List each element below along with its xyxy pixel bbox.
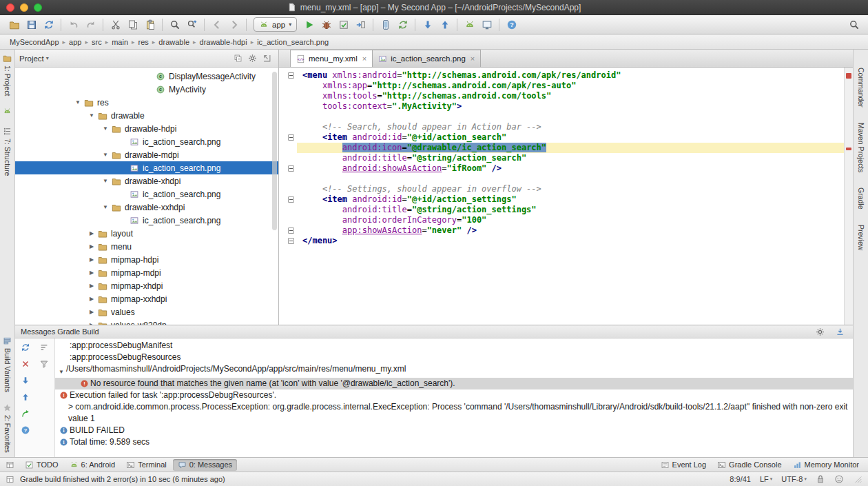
help-button[interactable]: ? [503, 17, 520, 33]
breadcrumb-item-main[interactable]: main [109, 37, 131, 48]
tool-window-button-gradle-console[interactable]: Gradle Console [712, 459, 786, 471]
redo-button[interactable] [82, 17, 99, 33]
zoom-window-button[interactable] [34, 3, 42, 12]
expand-arrow-icon[interactable]: ▶ [87, 270, 96, 276]
expand-arrow-icon[interactable]: ▶ [87, 309, 96, 315]
fold-end-icon[interactable] [288, 227, 294, 234]
paste-button[interactable] [141, 17, 158, 33]
sdk-manager-button[interactable] [461, 17, 478, 33]
collapse-arrow-icon[interactable]: ▼ [101, 152, 110, 158]
tree-item-drawable[interactable]: ▼drawable [15, 109, 278, 122]
gutter[interactable] [279, 236, 297, 246]
lock-icon[interactable] [816, 474, 825, 484]
gutter[interactable] [279, 122, 297, 132]
close-button[interactable] [18, 358, 33, 370]
rerun-button[interactable] [18, 341, 33, 354]
expand-arrow-icon[interactable]: ▶ [87, 230, 96, 236]
gutter[interactable] [279, 70, 297, 81]
tool-window-button-1-project[interactable]: 1: Project [3, 54, 12, 96]
tree-item-layout[interactable]: ▶layout [15, 227, 278, 240]
gutter[interactable] [279, 174, 297, 184]
tree-item-mipmap-xxhdpi[interactable]: ▶mipmap-xxhdpi [15, 292, 278, 305]
synchronize-button[interactable] [40, 17, 57, 33]
tool-window-button-memory-monitor[interactable]: Memory Monitor [788, 459, 864, 471]
navigate-forward-button[interactable] [225, 17, 242, 33]
avd-manager-button[interactable] [377, 17, 394, 33]
save-all-button[interactable] [23, 17, 40, 33]
breadcrumb-item-src[interactable]: src [89, 37, 105, 48]
tree-item-ic-action-search-png[interactable]: ic_action_search.png [15, 188, 278, 201]
error-stripe[interactable] [844, 68, 853, 325]
copy-button[interactable] [124, 17, 141, 33]
use-soft-wraps-button[interactable] [37, 341, 52, 354]
tool-window-button-todo[interactable]: TODO [20, 459, 63, 471]
tool-window-button-gradle[interactable]: Gradle [857, 188, 865, 210]
close-tab-icon[interactable]: × [471, 54, 475, 63]
collapse-arrow-icon[interactable]: ▼ [101, 125, 110, 132]
log-row[interactable]: ▼/Users/thomasminshull/AndroidProjects/M… [55, 363, 853, 378]
gutter[interactable] [279, 91, 297, 101]
gutter[interactable] [279, 194, 297, 205]
collapse-arrow-icon[interactable]: ▼ [56, 363, 66, 378]
tool-window-button-event-log[interactable]: Event Log [656, 459, 712, 471]
fold-collapse-icon[interactable] [288, 196, 294, 203]
tool-window-button-preview[interactable]: Preview [857, 225, 865, 250]
log-row[interactable]: !No resource found that matches the give… [55, 378, 853, 389]
gutter[interactable] [279, 184, 297, 194]
fold-collapse-icon[interactable] [288, 72, 294, 79]
tree-item-drawable-hdpi[interactable]: ▼drawable-hdpi [15, 122, 278, 135]
tool-window-button-commander[interactable]: Commander [857, 68, 865, 108]
log-row[interactable]: !Execution failed for task ':app:process… [55, 389, 853, 401]
breadcrumb-item-ic-action-search-png[interactable]: ic_action_search.png [254, 37, 331, 48]
tree-item-drawable-xxhdpi[interactable]: ▼drawable-xxhdpi [15, 201, 278, 214]
expand-arrow-icon[interactable]: ▶ [87, 256, 96, 263]
export-button[interactable] [833, 325, 847, 338]
open-project-button[interactable] [6, 17, 23, 33]
find-button[interactable] [166, 17, 183, 33]
tree-item-mipmap-xhdpi[interactable]: ▶mipmap-xhdpi [15, 279, 278, 292]
expand-arrow-icon[interactable]: ▶ [87, 296, 96, 302]
previous-message-button[interactable] [18, 391, 33, 403]
resize-grip[interactable] [853, 474, 862, 484]
cut-button[interactable] [107, 17, 124, 33]
log-row[interactable]: :app:processDebugManifest [55, 340, 853, 352]
expand-arrow-icon[interactable]: ▶ [87, 322, 96, 325]
collapse-all-button[interactable] [231, 52, 245, 65]
android-device-monitor-button[interactable] [478, 17, 495, 33]
tree-item-drawable-mdpi[interactable]: ▼drawable-mdpi [15, 148, 278, 161]
tool-window-button-maven-projects[interactable]: Maven Projects [857, 123, 865, 172]
tool-window-button-build-variants[interactable]: Build Variants [3, 336, 12, 392]
gutter[interactable] [279, 132, 297, 143]
replace-button[interactable] [183, 17, 200, 33]
expand-arrow-icon[interactable]: ▶ [87, 243, 96, 250]
tree-item-drawable-xhdpi[interactable]: ▼drawable-xhdpi [15, 174, 278, 188]
filter-button[interactable] [37, 358, 52, 370]
gutter[interactable] [279, 225, 297, 236]
tree-item-res[interactable]: ▼res [15, 96, 278, 109]
collapse-arrow-icon[interactable]: ▼ [101, 204, 110, 210]
error-stripe-mark[interactable] [846, 73, 851, 79]
run-configuration-selector[interactable]: app▾ [254, 17, 297, 32]
gutter[interactable] [279, 163, 297, 174]
fold-end-icon[interactable] [288, 165, 294, 172]
log-row[interactable]: iBUILD FAILED [55, 425, 853, 436]
tree-item-menu[interactable]: ▶menu [15, 240, 278, 253]
undo-button[interactable] [65, 17, 82, 33]
tool-window-button-terminal[interactable]: Terminal [121, 459, 172, 471]
messages-panel-title[interactable]: Messages Gradle Build [21, 327, 99, 336]
gutter[interactable] [279, 143, 297, 153]
tree-item-ic-action-search-png[interactable]: ic_action_search.png [15, 161, 278, 174]
breadcrumb-item-mysecondapp[interactable]: MySecondApp [7, 37, 62, 48]
line-separator-selector[interactable]: LF▾ [760, 475, 772, 483]
tree-item-ic-action-search-png[interactable]: ic_action_search.png [15, 135, 278, 148]
toolwindow-switcher-icon[interactable] [6, 475, 14, 484]
help-contents-button[interactable]: ? [18, 424, 33, 436]
tree-item-ic-action-search-png[interactable]: ic_action_search.png [15, 214, 278, 227]
editor[interactable]: <menu xmlns:android="http://schemas.andr… [279, 68, 844, 325]
attach-debugger-button[interactable] [352, 17, 369, 33]
settings-button[interactable] [813, 325, 827, 338]
vcs-commit-button[interactable] [436, 17, 453, 33]
caret-position[interactable]: 8:9/41 [730, 475, 751, 483]
collapse-arrow-icon[interactable]: ▼ [73, 99, 83, 105]
project-panel-title[interactable]: Project [19, 54, 44, 63]
